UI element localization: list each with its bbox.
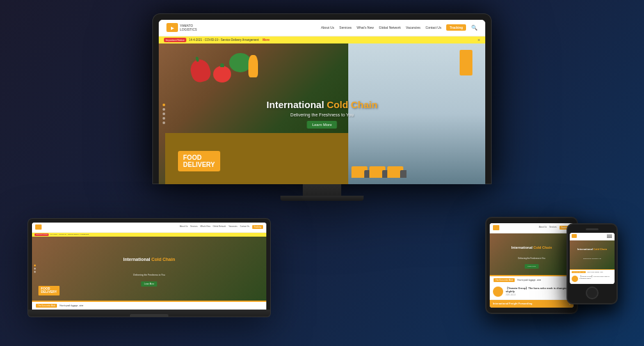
tablet-news-badge: The Kuro-neko Mark xyxy=(494,278,515,282)
tablet-hero-subtitle: Delivering the Freshness to You xyxy=(518,257,545,260)
menu-line-2 xyxy=(607,236,612,237)
phone-hero-title: International Cold Chain xyxy=(577,248,607,251)
truck-2 xyxy=(369,166,385,178)
laptop-nav-vacancies[interactable]: Vacancies xyxy=(229,225,237,229)
logo-text: YAMATOLOGISTICS xyxy=(180,24,197,31)
phone-news-icon xyxy=(572,276,578,282)
tablet-news-text: How to pack luggage - wine xyxy=(517,279,541,281)
laptop-title-white: International xyxy=(124,256,150,261)
tablet-hero: International Cold Chain Delivering the … xyxy=(490,233,574,275)
corn-veg xyxy=(248,55,258,77)
dot-4[interactable] xyxy=(163,117,165,120)
laptop-food-badge: FOODDELIVERY xyxy=(38,286,60,295)
nav-contact[interactable]: Contact Us xyxy=(426,26,442,29)
laptop-alert-badge: Important Notice xyxy=(35,233,49,236)
nav-global[interactable]: Global Network xyxy=(379,26,401,29)
laptop-dot-active[interactable] xyxy=(34,264,36,266)
monitor-screen: ▶ YAMATOLOGISTICS About Us Services What… xyxy=(159,20,485,184)
laptop-dot-2[interactable] xyxy=(34,267,36,269)
laptop-hero-title: International Cold Chain xyxy=(124,256,175,261)
dot-3[interactable] xyxy=(163,113,165,115)
tablet-section-header: International Freight Forwarding › xyxy=(490,300,574,308)
truck-1 xyxy=(351,166,367,178)
worker-figure xyxy=(460,50,472,75)
monitor-nav-links: About Us Services What's New Global Netw… xyxy=(321,24,478,31)
tablet-news-strip: The Kuro-neko Mark How to pack luggage -… xyxy=(490,275,574,284)
laptop-dot-3[interactable] xyxy=(34,271,36,272)
dot-5[interactable] xyxy=(163,122,165,124)
phone-news-item: 【Yamato Group】The kuro-neko mark is chan… xyxy=(570,274,615,284)
phone-hamburger-icon[interactable] xyxy=(606,234,613,239)
hero-title-white: International xyxy=(266,99,324,110)
phone-title-yellow: Cold Chain xyxy=(593,248,607,251)
slide-dots xyxy=(163,104,165,124)
laptop-nav-services[interactable]: Services xyxy=(190,225,198,229)
monitor-alert: Important Notice 14-4-2021 - COVID-19 - … xyxy=(159,36,485,43)
laptop-nav-whats-new[interactable]: What's New xyxy=(200,225,211,229)
monitor-hero: FOODDELIVERY xyxy=(159,43,485,184)
tablet-learn-more-btn[interactable]: Learn More xyxy=(524,264,539,269)
laptop-news-text: How to pack luggage - wine xyxy=(60,304,83,307)
tomato-veg xyxy=(213,66,231,83)
laptop-news-badge: The Kuro-neko Mark xyxy=(36,304,57,308)
menu-line-1 xyxy=(607,235,612,235)
devices-container: ▶ YAMATOLOGISTICS About Us Services What… xyxy=(15,10,629,336)
laptop-nav-contact[interactable]: Contact Us xyxy=(240,225,250,229)
tablet-news-date: 2021-04-14 xyxy=(506,294,570,296)
tablet-frame: About Us Services Tracking International… xyxy=(485,217,578,314)
learn-more-btn[interactable]: Learn More xyxy=(307,121,337,129)
laptop-screen: About Us Services What's New Global Netw… xyxy=(32,223,266,310)
menu-line-3 xyxy=(607,237,612,238)
laptop-alert-text: 14-4-2021 - COVID-19 - Service Delivery … xyxy=(50,233,88,235)
trucks-row xyxy=(348,166,485,178)
tablet-news-icon xyxy=(493,287,503,297)
website-phone: International Cold Chain Delivering the … xyxy=(570,233,615,284)
tablet-section-title: International Freight Forwarding xyxy=(493,302,533,305)
nav-vacancies[interactable]: Vacancies xyxy=(406,26,421,29)
logo-icon: ▶ xyxy=(166,23,178,32)
tablet-hero-title: International Cold Chain xyxy=(511,246,552,249)
laptop-hero: FOODDELIVERY International Cold Chain De… xyxy=(32,237,266,301)
laptop-base xyxy=(28,310,271,317)
laptop-title-yellow: Cold Chain xyxy=(152,256,175,261)
laptop-lid: About Us Services What's New Global Netw… xyxy=(28,218,271,310)
search-icon[interactable]: 🔍 xyxy=(471,25,478,31)
tablet-news-item: 【Yamato Group】The kuro-neko mark is chan… xyxy=(490,284,574,300)
laptop-learn-more-btn[interactable]: Learn More xyxy=(141,281,157,287)
phone-news-badge: The Kuro-neko Mark xyxy=(572,271,586,273)
website-monitor: ▶ YAMATOLOGISTICS About Us Services What… xyxy=(159,20,485,184)
website-tablet: About Us Services Tracking International… xyxy=(490,223,574,308)
phone-news-strip: The Kuro-neko Mark How to pack luggage -… xyxy=(570,269,615,274)
nav-about[interactable]: About Us xyxy=(321,26,335,29)
dot-1[interactable] xyxy=(163,104,165,106)
laptop-nav-links: About Us Services What's New Global Netw… xyxy=(180,225,263,229)
tablet-title-white: International xyxy=(511,246,533,249)
alert-close-btn[interactable]: × xyxy=(478,38,480,42)
tablet-title-yellow: Cold Chain xyxy=(533,246,552,249)
phone-hero: International Cold Chain Delivering the … xyxy=(570,240,615,269)
phone-hero-subtitle: Delivering the Freshness to You xyxy=(583,258,601,259)
tablet-nav-services[interactable]: Services xyxy=(549,226,557,230)
monitor-logo: ▶ YAMATOLOGISTICS xyxy=(166,23,197,32)
monitor-base xyxy=(280,196,364,201)
monitor-neck xyxy=(303,184,341,196)
hero-title-yellow: Cold Chain xyxy=(327,99,378,110)
laptop-dots xyxy=(34,264,36,272)
laptop: About Us Services What's New Global Netw… xyxy=(28,218,271,317)
phone-title-white: International xyxy=(577,248,593,251)
laptop-tracking-btn[interactable]: Tracking xyxy=(252,225,263,229)
phone: International Cold Chain Delivering the … xyxy=(567,223,618,304)
laptop-nav-about[interactable]: About Us xyxy=(180,225,188,229)
laptop-nav-global[interactable]: Global Network xyxy=(213,225,227,229)
alert-text: 14-4-2021 - COVID-19 - Service Delivery … xyxy=(189,38,259,42)
alert-more[interactable]: More xyxy=(262,38,270,42)
dot-2[interactable] xyxy=(163,108,165,111)
nav-whats-new[interactable]: What's New xyxy=(357,26,374,29)
tablet-news-content: 【Yamato Group】The kuro-neko mark is chan… xyxy=(506,287,570,296)
nav-tracking-btn[interactable]: Tracking xyxy=(446,24,466,31)
nav-services[interactable]: Services xyxy=(339,26,351,29)
tablet-nav-about[interactable]: About Us xyxy=(539,226,547,230)
food-delivery-text: FOODDELIVERY xyxy=(183,154,215,168)
tablet-nav: About Us Services Tracking xyxy=(490,223,574,233)
tablet-news-title: 【Yamato Group】The kuro-neko mark is chan… xyxy=(506,287,570,293)
